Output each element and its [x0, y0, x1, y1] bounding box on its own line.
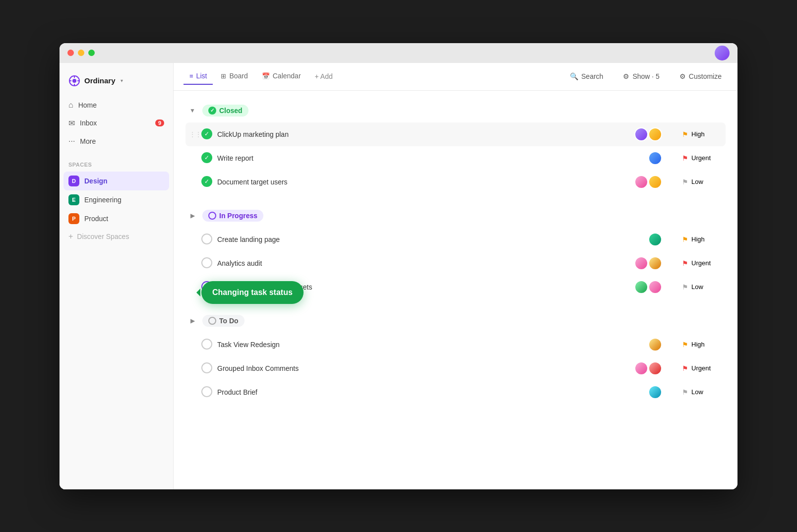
- close-button[interactable]: [67, 50, 74, 56]
- customize-icon: ⚙: [679, 72, 686, 80]
- closed-badge[interactable]: ✓ Closed: [202, 105, 248, 117]
- table-row[interactable]: Spring campaign image assets ⚑ Low Chang…: [185, 275, 726, 299]
- search-label: Search: [581, 72, 603, 80]
- tab-board[interactable]: ⊞ Board: [215, 68, 253, 85]
- discover-spaces-button[interactable]: + Discover Spaces: [63, 228, 169, 245]
- avatar: [648, 338, 662, 352]
- main-content: ≡ List ⊞ Board 📅 Calendar + Add: [174, 63, 737, 489]
- spaces-list: D Design E Engineering P Product: [63, 172, 169, 228]
- section-chevron-progress[interactable]: ▶: [187, 211, 197, 221]
- table-row[interactable]: Product Brief ⚑ Low: [185, 380, 726, 404]
- task-assignees: [634, 127, 662, 141]
- product-space-label: Product: [84, 215, 108, 223]
- minimize-button[interactable]: [78, 50, 84, 56]
- priority-badge: ⚑ High: [682, 130, 722, 138]
- task-checkbox[interactable]: [201, 234, 213, 245]
- task-checkbox[interactable]: [201, 339, 213, 351]
- priority-badge: ⚑ High: [682, 341, 722, 349]
- avatar: [648, 385, 662, 399]
- engineering-space-icon: E: [68, 194, 79, 205]
- todo-badge[interactable]: To Do: [202, 315, 245, 327]
- flag-icon: ⚑: [682, 341, 688, 349]
- priority-badge: ⚑ Low: [682, 178, 722, 186]
- in-progress-status-icon: [208, 212, 216, 220]
- customize-button[interactable]: ⚙ Customize: [674, 69, 728, 83]
- task-checkbox[interactable]: [201, 257, 213, 269]
- avatar: [634, 256, 648, 270]
- priority-label: High: [691, 130, 705, 138]
- sidebar-home-label: Home: [78, 101, 97, 109]
- search-button[interactable]: 🔍 Search: [564, 69, 609, 83]
- brand-name: Ordinary: [84, 76, 116, 85]
- titlebar: [60, 43, 737, 63]
- home-icon: ⌂: [68, 101, 73, 110]
- table-row[interactable]: ⋮⋮ ✓ ClickUp marketing plan ⚑ High: [185, 122, 726, 146]
- section-chevron-todo[interactable]: ▶: [187, 316, 197, 326]
- avatar: [634, 175, 648, 189]
- priority-badge: ⚑ Low: [682, 283, 722, 291]
- table-row[interactable]: Task View Redesign ⚑ High: [185, 333, 726, 356]
- section-header-in-progress: ▶ In Progress: [185, 206, 726, 226]
- task-assignees: [648, 233, 662, 246]
- toolbar-tabs: ≡ List ⊞ Board 📅 Calendar + Add: [184, 68, 564, 85]
- check-todo-icon: [201, 386, 212, 397]
- table-row[interactable]: Grouped Inbox Comments ⚑ Urgent: [185, 356, 726, 380]
- sidebar-item-inbox[interactable]: ✉ Inbox 9: [63, 115, 169, 132]
- avatar: [634, 361, 648, 375]
- sidebar-item-engineering[interactable]: E Engineering: [63, 190, 169, 209]
- tab-calendar[interactable]: 📅 Calendar: [256, 68, 307, 85]
- task-checkbox[interactable]: [201, 386, 213, 398]
- inbox-icon: ✉: [68, 118, 75, 128]
- task-checkbox[interactable]: ✓: [201, 176, 213, 188]
- flag-icon: ⚑: [682, 154, 688, 162]
- tab-list[interactable]: ≡ List: [184, 68, 213, 85]
- section-header-closed: ▼ ✓ Closed: [185, 101, 726, 120]
- task-checkbox[interactable]: ✓: [201, 152, 213, 164]
- maximize-button[interactable]: [88, 50, 95, 56]
- priority-label: Low: [691, 283, 703, 291]
- closed-label: Closed: [219, 107, 243, 115]
- list-tab-label: List: [196, 72, 207, 80]
- avatar: [648, 151, 662, 165]
- brand-button[interactable]: Ordinary ▾: [63, 71, 169, 91]
- sidebar-item-design[interactable]: D Design: [63, 172, 169, 190]
- flag-icon: ⚑: [682, 236, 688, 243]
- priority-label: Low: [691, 388, 703, 396]
- flag-icon: ⚑: [682, 130, 688, 138]
- design-space-label: Design: [84, 177, 108, 185]
- sidebar-item-more[interactable]: ··· More: [63, 133, 169, 150]
- task-name: Analytics audit: [217, 259, 634, 267]
- table-row[interactable]: Analytics audit ⚑ Urgent: [185, 251, 726, 275]
- user-avatar[interactable]: [715, 46, 730, 60]
- calendar-tab-icon: 📅: [262, 72, 270, 80]
- sidebar-item-product[interactable]: P Product: [63, 209, 169, 228]
- priority-badge: ⚑ Urgent: [682, 364, 722, 372]
- task-name: Write report: [217, 154, 648, 162]
- in-progress-badge[interactable]: In Progress: [202, 210, 263, 222]
- changing-task-status-tooltip: Changing task status: [201, 281, 304, 304]
- add-view-button[interactable]: + Add: [309, 68, 339, 84]
- show-button[interactable]: ⚙ Show · 5: [617, 69, 665, 83]
- list-tab-icon: ≡: [189, 72, 193, 80]
- sidebar-item-home[interactable]: ⌂ Home: [63, 97, 169, 114]
- tooltip-text: Changing task status: [212, 288, 293, 296]
- traffic-lights: [67, 50, 95, 56]
- section-chevron-closed[interactable]: ▼: [187, 106, 197, 116]
- sidebar-inbox-label: Inbox: [80, 119, 97, 127]
- closed-status-icon: ✓: [208, 107, 216, 115]
- task-list-content: ▼ ✓ Closed ⋮⋮ ✓ ClickUp marketing plan: [174, 91, 737, 489]
- task-checkbox[interactable]: ✓: [201, 128, 213, 140]
- table-row[interactable]: ✓ Document target users ⚑ Low: [185, 170, 726, 194]
- table-row[interactable]: ✓ Write report ⚑ Urgent: [185, 146, 726, 170]
- check-todo-icon: [201, 339, 212, 350]
- table-row[interactable]: Create landing page ⚑ High: [185, 228, 726, 251]
- design-space-icon: D: [68, 176, 79, 186]
- priority-label: Urgent: [691, 364, 711, 372]
- check-done-icon: ✓: [201, 128, 212, 139]
- check-done-icon: ✓: [201, 176, 212, 187]
- section-header-todo: ▶ To Do: [185, 311, 726, 331]
- todo-label: To Do: [219, 317, 239, 325]
- task-checkbox[interactable]: [201, 362, 213, 374]
- flag-icon: ⚑: [682, 364, 688, 372]
- brand-chevron-icon: ▾: [121, 78, 123, 83]
